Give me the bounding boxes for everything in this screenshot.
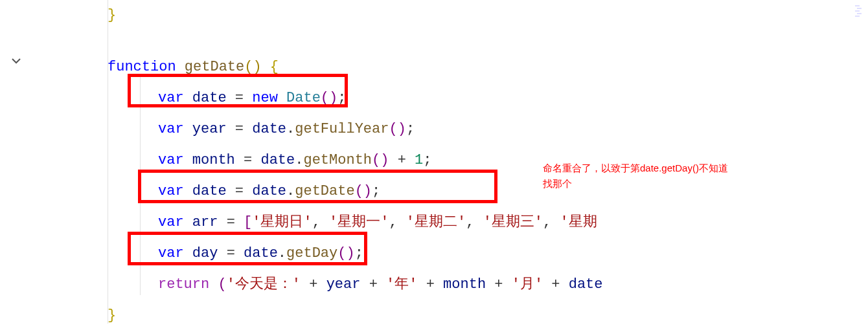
bracket: [: [244, 214, 252, 230]
identifier: date: [260, 152, 295, 168]
code-line: }: [58, 0, 868, 31]
identifier: year: [326, 276, 361, 293]
plus: +: [398, 152, 406, 168]
function-name: getDate: [185, 59, 244, 75]
annotation-line: 命名重合了，以致于第date.getDay()不知道: [543, 160, 776, 176]
comma: ,: [543, 214, 560, 230]
semicolon: ;: [423, 152, 431, 168]
number: 1: [415, 152, 423, 168]
identifier: year: [192, 121, 227, 137]
comma: ,: [389, 214, 405, 230]
semicolon: ;: [355, 245, 363, 261]
keyword-var: var: [158, 245, 184, 261]
keyword-var: var: [158, 121, 184, 137]
plus: +: [426, 276, 435, 293]
string-literal: '今天是：': [227, 276, 301, 293]
identifier: date: [252, 121, 286, 137]
method-name: getFullYear: [295, 121, 389, 137]
code-editor[interactable]: } function getDate() { var date = new Da…: [0, 0, 868, 3]
identifier: date: [192, 183, 227, 199]
keyword-var: var: [158, 90, 184, 106]
minimap[interactable]: [855, 5, 868, 25]
code-line: var arr = ['星期日', '星期一', '星期二', '星期三', '…: [58, 207, 868, 238]
plus: +: [494, 276, 503, 293]
keyword-function: function: [108, 59, 176, 75]
identifier: date: [192, 90, 227, 106]
method-name: getDay: [286, 245, 337, 261]
plus: +: [309, 276, 317, 293]
paren: (: [218, 276, 226, 293]
identifier: arr: [192, 214, 218, 230]
equals: =: [227, 214, 235, 230]
annotation-line: 找那个: [543, 176, 776, 192]
string-literal: '年': [386, 276, 417, 293]
identifier: month: [443, 276, 486, 293]
keyword-return: return: [158, 276, 209, 293]
keyword-var: var: [158, 214, 184, 230]
string-literal: '星期日': [252, 214, 312, 230]
identifier: date: [252, 183, 286, 199]
class-name: Date: [286, 90, 321, 106]
comma: ,: [312, 214, 329, 230]
plus: +: [369, 276, 378, 293]
string-literal: '星期三': [483, 214, 543, 230]
method-name: getMonth: [303, 152, 372, 168]
semicolon: ;: [406, 121, 415, 137]
code-line: function getDate() {: [58, 52, 868, 83]
keyword-var: var: [158, 152, 184, 168]
identifier: month: [192, 152, 235, 168]
brace: }: [108, 7, 116, 23]
blank-line: [58, 31, 868, 52]
string-literal: '月': [512, 276, 543, 293]
fold-arrow-icon[interactable]: [12, 56, 21, 69]
code-line: var day = date.getDay();: [58, 238, 868, 269]
comma: ,: [466, 214, 483, 230]
keyword-var: var: [158, 183, 184, 199]
indent-guide: [140, 76, 141, 295]
identifier: day: [192, 245, 218, 261]
string-literal: '星期二': [406, 214, 466, 230]
indent-guide: [108, 0, 108, 324]
string-literal: '星期一': [329, 214, 389, 230]
code-line: }: [58, 300, 868, 331]
code-line: var date = new Date();: [58, 83, 868, 114]
equals: =: [235, 183, 244, 199]
parens: (): [355, 183, 372, 199]
parens: (): [321, 90, 337, 106]
keyword-new: new: [252, 90, 278, 106]
equals: =: [235, 90, 244, 106]
equals: =: [235, 121, 244, 137]
parens: (): [389, 121, 405, 137]
string-literal: '星期: [560, 214, 597, 230]
parens: (): [337, 245, 354, 261]
identifier: date: [569, 276, 603, 293]
brace: {: [270, 59, 279, 75]
equals: =: [244, 152, 252, 168]
annotation-text: 命名重合了，以致于第date.getDay()不知道 找那个: [543, 160, 776, 192]
identifier: date: [244, 245, 278, 261]
equals: =: [227, 245, 235, 261]
code-line: var year = date.getFullYear();: [58, 114, 868, 145]
brace: }: [108, 307, 116, 324]
semicolon: ;: [337, 90, 346, 106]
parens: (): [372, 152, 389, 168]
method-name: getDate: [295, 183, 354, 199]
semicolon: ;: [372, 183, 380, 199]
plus: +: [551, 276, 560, 293]
gutter: [0, 0, 31, 3]
code-line: return ('今天是：' + year + '年' + month + '月…: [58, 269, 868, 300]
parens: (): [244, 59, 261, 75]
